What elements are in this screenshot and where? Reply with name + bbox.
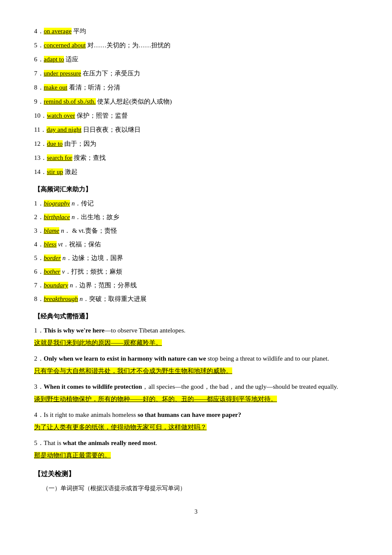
vocab-item: 2．birthplace n．出生地；故乡: [34, 211, 358, 223]
phrase-en: search for: [47, 154, 72, 161]
sentence-header: 【经典句式需悟通】: [34, 311, 358, 322]
sentence-cn: 只有学会与大自然和谐共处，我们才不会成为野生生物和地球的威胁。: [34, 367, 232, 374]
vocab-num: 4．: [34, 241, 44, 248]
vocab-item: 3．blame n． & vt.责备；责怪: [34, 225, 358, 237]
vocab-cn: 责备；责怪: [85, 227, 117, 234]
phrase-item: 10．watch over 保护；照管；监督: [34, 110, 358, 121]
phrase-item: 7．under pressure 在压力下；承受压力: [34, 68, 358, 79]
phrase-num: 10．: [34, 112, 47, 119]
vocab-item: 7．boundary n．边界；范围；分界线: [34, 280, 358, 291]
vocab-num: 8．: [34, 295, 44, 302]
vocab-cn: 祝福；保佑: [69, 241, 101, 248]
vocab-item: 4．bless vt．祝福；保佑: [34, 239, 358, 250]
phrase-en: adapt to: [44, 56, 64, 63]
phrase-num: 9．: [34, 98, 44, 105]
phrase-cn: 搜索；查找: [74, 154, 106, 161]
vocab-word: boundary: [44, 282, 69, 289]
vocab-pos: v．: [62, 268, 71, 275]
vocab-pos: n．: [72, 200, 81, 207]
vocab-cn: 边界；范围；分界线: [79, 282, 137, 289]
phrase-cn: 适应: [66, 56, 78, 63]
sentence-en: 4．Is it right to make animals homeless s…: [34, 409, 358, 421]
sentence-cn-block: 谈到野生动植物保护，所有的物种——好的、坏的、丑的——都应该得到平等地对待。: [34, 393, 358, 405]
phrase-en: remind sb.of sb./sth.: [44, 98, 96, 105]
phrase-num: 8．: [34, 84, 44, 91]
vocab-cn: 突破；取得重大进展: [89, 295, 147, 302]
sentence-item: 2．Only when we learn to exist in harmony…: [34, 353, 358, 377]
sentence-cn-block: 那是动物们真正最需要的。: [34, 450, 358, 461]
vocab-num: 7．: [34, 282, 44, 289]
sentence-num: 5．: [34, 439, 44, 446]
sentence-cn-block: 为了让人类有更多的纸张，使得动物无家可归，这样做对吗？: [34, 422, 358, 433]
sentence-cn: 那是动物们真正最需要的。: [34, 452, 111, 459]
phrase-item: 5．concerned about 对……关切的；为……担忧的: [34, 40, 358, 51]
vocab-num: 6．: [34, 268, 44, 275]
phrase-item: 12．due to 由于；因为: [34, 138, 358, 150]
phrase-cn: 使某人想起(类似的人或物): [97, 98, 172, 105]
sentence-en: 5．That is what the animals really need m…: [34, 437, 358, 449]
phrase-num: 7．: [34, 70, 44, 77]
phrase-item: 14．stir up 激起: [34, 166, 358, 178]
vocab-num: 1．: [34, 200, 44, 207]
phrase-en: make out: [44, 84, 67, 91]
sentence-en-text: —to observe Tibetan antelopes.: [104, 327, 185, 334]
sentence-en-bold: so that humans can have more paper?: [138, 411, 241, 418]
phrase-num: 14．: [34, 168, 47, 175]
phrase-item: 13．search for 搜索；查找: [34, 152, 358, 164]
phrase-num: 11．: [34, 126, 46, 133]
phrase-item: 4．on average 平均: [34, 26, 358, 37]
sentence-en-bold: This is why we're here: [44, 327, 105, 334]
sentence-en-bold: what the animals really need most: [63, 439, 156, 446]
phrase-en: concerned about: [44, 42, 86, 49]
phrase-en: stir up: [47, 168, 63, 175]
sentence-en: 3．When it comes to wildlife protection，a…: [34, 381, 358, 393]
phrase-cn: 由于；因为: [64, 140, 96, 147]
phrase-item: 11．day and night 日日夜夜；夜以继日: [34, 124, 358, 136]
vocab-word: bless: [44, 241, 57, 248]
phrase-list: 4．on average 平均5．concerned about 对……关切的；…: [34, 26, 358, 178]
phrase-cn: 在压力下；承受压力: [83, 70, 140, 77]
sentence-en-text: stop being a threat to wildlife and to o…: [206, 355, 329, 362]
sentence-item: 4．Is it right to make animals homeless s…: [34, 409, 358, 433]
vocab-pos: n．: [72, 214, 81, 220]
phrase-cn: 看清；听清；分清: [69, 84, 120, 91]
phrase-num: 5．: [34, 42, 44, 49]
check-sub: （一）单词拼写（根据汉语提示或首字母提示写单词）: [43, 483, 358, 494]
sentence-item: 3．When it comes to wildlife protection，a…: [34, 381, 358, 405]
phrase-en: under pressure: [44, 70, 81, 77]
vocab-num: 3．: [34, 227, 44, 234]
sentence-cn: 为了让人类有更多的纸张，使得动物无家可归，这样做对吗？: [34, 424, 207, 431]
sentence-cn: 谈到野生动植物保护，所有的物种——好的、坏的、丑的——都应该得到平等地对待。: [34, 396, 277, 402]
sentence-cn: 这就是我们来到此地的原因——观察藏羚羊。: [34, 339, 162, 346]
vocab-word: biography: [44, 200, 70, 207]
vocab-item: 1．biography n．传记: [34, 198, 358, 209]
phrase-num: 6．: [34, 56, 44, 63]
phrase-en: due to: [47, 140, 63, 147]
vocab-cn: 出生地；故乡: [81, 214, 119, 220]
vocab-pos: vt．: [58, 241, 69, 248]
phrase-en: day and night: [46, 126, 81, 133]
phrase-cn: 日日夜夜；夜以继日: [83, 126, 141, 133]
vocab-word: bother: [44, 268, 61, 275]
phrase-en: on average: [44, 28, 72, 35]
vocab-num: 2．: [34, 214, 44, 220]
vocab-pos: n．: [80, 295, 89, 302]
sentence-num: 3．: [34, 383, 44, 390]
vocab-item: 8．breakthrough n．突破；取得重大进展: [34, 293, 358, 305]
sentence-en-text: ，all species—the good，the bad，and the ug…: [142, 383, 338, 390]
vocab-cn: 边缘；边境，国界: [72, 254, 123, 261]
phrase-en: watch over: [47, 112, 75, 119]
sentence-num: 2．: [34, 355, 44, 362]
sentence-en-text: .: [156, 439, 157, 446]
vocab-header: 【高频词汇来助力】: [34, 184, 358, 195]
phrase-item: 8．make out 看清；听清；分清: [34, 82, 358, 93]
check-header: 【过关检测】: [34, 468, 358, 480]
sentence-item: 1．This is why we're here—to observe Tibe…: [34, 325, 358, 349]
phrase-item: 6．adapt to 适应: [34, 54, 358, 65]
vocab-word: breakthrough: [44, 295, 78, 302]
sentence-cn-block: 这就是我们来到此地的原因——观察藏羚羊。: [34, 337, 358, 349]
sentence-en: 2．Only when we learn to exist in harmony…: [34, 353, 358, 364]
vocab-pos: n．: [61, 227, 71, 234]
sentence-en-text: Is it right to make animals homeless: [44, 411, 138, 418]
phrase-num: 4．: [34, 28, 44, 35]
